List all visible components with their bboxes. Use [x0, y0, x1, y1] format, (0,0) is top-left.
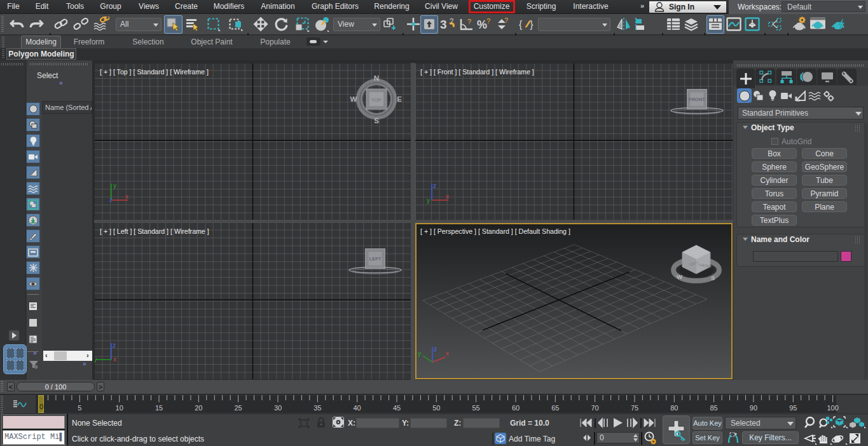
svg-text:TOP: TOP [371, 97, 382, 103]
svg-text:S: S [374, 117, 379, 125]
svg-text:50: 50 [432, 404, 440, 412]
svg-text:[ + ] [ Top ] [ Standard ] [ W: [ + ] [ Top ] [ Standard ] [ Wireframe ] [100, 68, 209, 76]
svg-text:3: 3 [440, 18, 447, 31]
svg-text:z: z [434, 346, 437, 353]
svg-text:90: 90 [750, 404, 757, 412]
svg-text:y: y [113, 182, 116, 189]
svg-text:[ + ] [ Left ] [ Standard ] [: [ + ] [ Left ] [ Standard ] [ Wireframe … [100, 227, 209, 235]
svg-text:W: W [677, 273, 682, 280]
svg-text:15: 15 [155, 404, 163, 412]
svg-text:[ + ] [ Front ] [ Standard ] [: [ + ] [ Front ] [ Standard ] [ Wireframe… [420, 68, 534, 76]
svg-text:z: z [113, 342, 116, 349]
svg-text:80: 80 [670, 404, 678, 412]
svg-text:?: ? [467, 18, 471, 25]
svg-text:z: z [109, 196, 113, 203]
svg-text:60: 60 [512, 404, 520, 412]
svg-text:}: } [530, 19, 533, 30]
svg-text:?: ? [504, 17, 508, 24]
svg-text:N: N [374, 74, 379, 82]
svg-text:S: S [711, 274, 715, 281]
svg-text:40: 40 [353, 404, 361, 412]
svg-text:x: x [446, 193, 449, 200]
svg-text:%: % [477, 18, 487, 31]
svg-text:100: 100 [827, 404, 838, 412]
svg-text:95: 95 [789, 404, 797, 412]
svg-text:25: 25 [234, 404, 242, 412]
svg-text:W: W [350, 95, 357, 103]
svg-text:y: y [418, 350, 421, 357]
svg-text:x: x [113, 356, 116, 363]
svg-text:85: 85 [710, 404, 717, 412]
svg-text:5: 5 [78, 404, 81, 412]
svg-text:y: y [95, 356, 97, 363]
svg-text:30: 30 [274, 404, 282, 412]
svg-text:E: E [397, 95, 402, 103]
svg-text:x: x [446, 350, 449, 357]
svg-text:10: 10 [116, 404, 123, 412]
svg-text:35: 35 [313, 404, 321, 412]
svg-text:65: 65 [551, 404, 559, 412]
svg-text:LEFT: LEFT [369, 256, 382, 262]
svg-text:x: x [125, 193, 128, 200]
svg-text:20: 20 [195, 404, 202, 412]
svg-text:[ + ] [ Perspective ] [ Standa: [ + ] [ Perspective ] [ Standard ] [ Def… [420, 227, 570, 235]
svg-text:FRONT: FRONT [689, 97, 705, 102]
svg-text:?: ? [450, 17, 453, 25]
svg-text:y: y [427, 197, 430, 204]
svg-text:{: { [519, 19, 522, 30]
svg-text:?: ? [486, 17, 490, 25]
svg-text:z: z [433, 182, 436, 189]
svg-text:75: 75 [631, 404, 638, 412]
svg-text:70: 70 [591, 404, 598, 412]
svg-text:55: 55 [472, 404, 479, 412]
svg-text:45: 45 [393, 404, 401, 412]
